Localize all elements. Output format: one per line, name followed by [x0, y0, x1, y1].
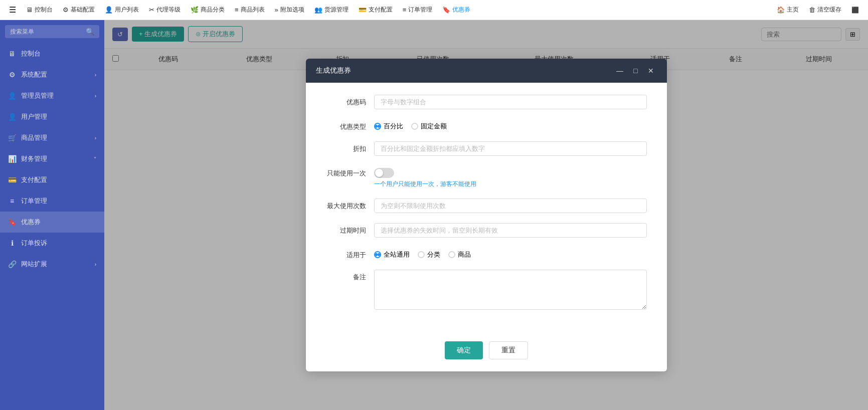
radio-dot-category: [418, 251, 425, 258]
sidebar-search-box[interactable]: 🔍: [5, 25, 99, 38]
nav-order-manage[interactable]: ≡ 订单管理: [399, 4, 437, 16]
form-row-applicable: 适用于 全站通用 分类 商: [326, 248, 647, 260]
leaf-icon: 🌿: [191, 6, 199, 14]
form-row-discount: 折扣: [326, 141, 647, 156]
sidebar-item-dashboard[interactable]: 🖥 控制台: [0, 43, 104, 64]
sidebar-item-coupon[interactable]: 🔖 优惠券: [0, 212, 104, 233]
form-row-once-only: 只能使用一次 一个用户只能使用一次，游客不能使用: [326, 166, 647, 188]
modal-minimize-button[interactable]: —: [613, 66, 626, 76]
sidebar-search-input[interactable]: [10, 28, 83, 35]
sidebar-item-system-config[interactable]: ⚙ 系统配置 ›: [0, 64, 104, 85]
nav-source-manage[interactable]: 👥 货源管理: [310, 4, 353, 16]
nav-clear-cache[interactable]: 🗑 清空缓存: [805, 4, 845, 16]
radio-percent[interactable]: 百分比: [374, 122, 403, 131]
label-discount: 折扣: [326, 141, 366, 153]
modal-header: 生成优惠券 — □ ✕: [306, 59, 667, 83]
radio-dot-percent: [374, 123, 381, 130]
top-navigation: ☰ 🖥 控制台 ⚙ 基础配置 👤 用户列表 ✂ 代理等级 🌿 商品分类 ≡ 商品…: [0, 0, 868, 20]
config-icon: ⚙: [63, 6, 69, 14]
modal-footer: 确定 重置: [306, 333, 667, 371]
toggle-thumb: [375, 169, 383, 177]
search-icon: 🔍: [86, 28, 94, 36]
sidebar: 🔍 🖥 控制台 ⚙ 系统配置 › 👤 管理员管理 › 👤 用户管理 🛒 商品管理…: [0, 20, 104, 410]
remark-textarea[interactable]: [374, 270, 647, 310]
nav-product-list[interactable]: ≡ 商品列表: [231, 4, 269, 16]
sidebar-item-finance-manage[interactable]: 📊 财务管理 ˅: [0, 148, 104, 169]
nav-addon[interactable]: » 附加选项: [271, 4, 308, 16]
label-remark: 备注: [326, 270, 366, 282]
sidebar-item-site-extend[interactable]: 🔗 网站扩展 ›: [0, 254, 104, 275]
scissors-icon: ✂: [149, 6, 154, 14]
expire-time-input[interactable]: [374, 223, 647, 238]
hamburger-menu[interactable]: ☰: [5, 3, 20, 17]
people-icon: 👥: [314, 6, 322, 14]
cart-icon: 🛒: [8, 134, 16, 142]
nav-home[interactable]: 🏠 主页: [773, 4, 803, 16]
reset-button[interactable]: 重置: [489, 341, 528, 359]
sidebar-item-order-complaint[interactable]: ℹ 订单投诉: [0, 233, 104, 254]
modal-close-button[interactable]: ✕: [645, 66, 657, 76]
order-icon: ≡: [403, 6, 407, 14]
label-once-only: 只能使用一次: [326, 166, 366, 178]
content-area: ↺ + 生成优惠券 ⊙ 开启优惠券 ⊞ 优惠码 优惠类型 折扣: [104, 20, 868, 410]
applicable-control: 全站通用 分类 商品: [374, 248, 647, 259]
radio-dot-product: [448, 251, 455, 258]
modal-overlay: 生成优惠券 — □ ✕ 优惠码: [104, 20, 868, 410]
sidebar-item-order-manage[interactable]: ≡ 订单管理: [0, 190, 104, 212]
nav-product-category[interactable]: 🌿 商品分类: [187, 4, 229, 16]
expire-time-control: [374, 223, 647, 238]
nav-coupon[interactable]: 🔖 优惠券: [438, 4, 474, 16]
modal-title: 生成优惠券: [316, 66, 351, 75]
remark-control: [374, 270, 647, 311]
max-usage-control: [374, 198, 647, 213]
trash-icon: 🗑: [809, 6, 815, 14]
coupon-code-input[interactable]: [374, 95, 647, 109]
label-applicable: 适用于: [326, 248, 366, 260]
nav-user-list[interactable]: 👤 用户列表: [101, 4, 143, 16]
form-row-coupon-type: 优惠类型 百分比 固定金额: [326, 119, 647, 131]
form-row-max-usage: 最大使用次数: [326, 198, 647, 213]
sidebar-item-admin-manage[interactable]: 👤 管理员管理 ›: [0, 85, 104, 106]
max-usage-input[interactable]: [374, 198, 647, 213]
nav-payment-config[interactable]: 💳 支付配置: [355, 4, 397, 16]
coupon-code-control: [374, 95, 647, 109]
generate-coupon-modal: 生成优惠券 — □ ✕ 优惠码: [306, 59, 667, 371]
confirm-button[interactable]: 确定: [445, 341, 483, 359]
radio-category[interactable]: 分类: [418, 250, 440, 259]
once-only-hint: 一个用户只能使用一次，游客不能使用: [374, 180, 647, 188]
modal-maximize-button[interactable]: □: [630, 66, 640, 76]
chevron-right-icon-2: ›: [95, 93, 96, 99]
nav-dashboard[interactable]: 🖥 控制台: [22, 4, 57, 16]
dashboard-menu-icon: 🖥: [8, 50, 16, 58]
sidebar-item-product-manage[interactable]: 🛒 商品管理 ›: [0, 127, 104, 148]
list-icon: ≡: [235, 6, 239, 14]
form-row-remark: 备注: [326, 270, 647, 311]
user-manage-icon: 👤: [8, 113, 16, 121]
home-icon: 🏠: [777, 6, 785, 14]
radio-all-site[interactable]: 全站通用: [374, 250, 410, 259]
radio-product[interactable]: 商品: [448, 250, 471, 259]
user-icon: 👤: [105, 6, 113, 14]
admin-icon: 👤: [8, 92, 16, 100]
modal-controls: — □ ✕: [613, 66, 656, 76]
once-only-toggle[interactable]: [374, 168, 394, 178]
chevron-right-icon-4: ›: [95, 262, 96, 267]
sidebar-item-payment-config[interactable]: 💳 支付配置: [0, 169, 104, 190]
radio-fixed[interactable]: 固定金额: [411, 122, 447, 131]
toggle-track: [374, 168, 394, 178]
nav-extra[interactable]: ⬛: [847, 5, 863, 16]
complaint-icon: ℹ: [8, 239, 16, 247]
discount-input[interactable]: [374, 141, 647, 156]
nav-agent-level[interactable]: ✂ 代理等级: [145, 4, 185, 16]
label-coupon-type: 优惠类型: [326, 119, 366, 131]
arrow-icon: »: [275, 6, 278, 14]
nav-basic-config[interactable]: ⚙ 基础配置: [59, 4, 99, 16]
coupon-icon: 🔖: [442, 6, 450, 14]
radio-dot-all: [374, 251, 381, 258]
once-only-control: 一个用户只能使用一次，游客不能使用: [374, 166, 647, 188]
sidebar-item-user-manage[interactable]: 👤 用户管理: [0, 106, 104, 127]
chevron-down-icon: ˅: [94, 156, 96, 162]
dashboard-icon: 🖥: [26, 6, 33, 14]
card-icon: 💳: [359, 6, 367, 14]
form-row-expire-time: 过期时间: [326, 223, 647, 238]
